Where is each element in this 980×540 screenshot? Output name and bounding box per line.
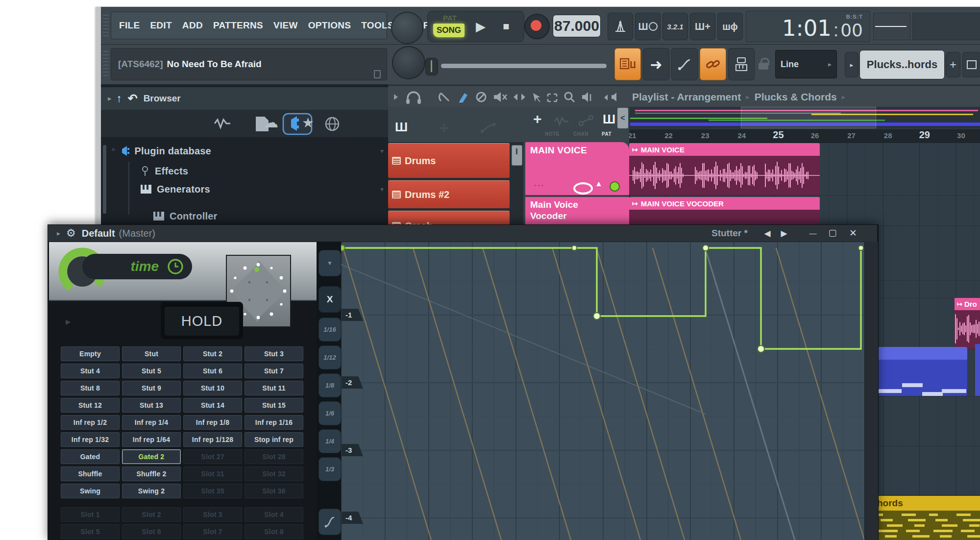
wait-for-input-button[interactable]: Ш [635,13,661,40]
stepseq-view-button[interactable]: Ш [614,48,641,80]
picker-tab-chan[interactable]: CHAN [573,131,588,137]
ruler-bar-26[interactable]: 26 [811,131,819,140]
menu-tools[interactable]: TOOLS [361,20,394,31]
tab-internet[interactable] [218,112,247,135]
solo-triangle-icon[interactable]: ▲ [595,179,603,188]
slot-inf-rep-1-16[interactable]: Inf rep 1/16 [245,415,303,430]
tempo-display[interactable]: 87.000 [553,15,601,37]
clip-vocoder[interactable]: ↦ MAIN VOICE VOCODER [629,197,820,225]
ruler-bar-21[interactable]: 21 [629,131,636,140]
session-title-box[interactable]: [ATS6462] No Need To Be Afraid [111,48,387,80]
ruler-bar-22[interactable]: 22 [664,131,673,140]
slot-slot-28[interactable]: Slot 28 [245,449,303,464]
picker-tab-pattern-icon[interactable]: Ш [603,112,615,127]
envelope-grid[interactable] [341,242,864,540]
pat-mode-label[interactable]: PAT [438,14,462,22]
time-display[interactable]: B:S:T 1:01 00 : [746,11,870,42]
clip-midi-blue[interactable] [875,347,967,396]
slot-stut-11[interactable]: Stut 11 [245,381,303,395]
ruler-bar-28[interactable]: 28 [884,131,892,140]
playlist-crumb[interactable]: Plucks & Chords [755,91,837,103]
main-volume-knob[interactable] [391,12,423,44]
track-mode-piano-icon[interactable]: Ш [395,120,408,135]
slot-shuffle-2[interactable]: Shuffle 2 [122,466,181,481]
slot-stut-6[interactable]: Stut 6 [183,364,242,378]
slot-gated-2[interactable]: Gated 2 [122,449,181,464]
slot-swing-2[interactable]: Swing 2 [122,484,181,498]
picker-tab-note[interactable]: NOTE [545,131,560,137]
secondary-grip[interactable] [103,51,109,76]
slot-stut-7[interactable]: Stut 7 [245,364,303,378]
target-display[interactable]: Plucks..hords [859,50,945,79]
edge-partial-button[interactable] [962,52,980,77]
star-icon[interactable]: ★ [302,115,314,131]
minimap-scroll-left[interactable]: < [617,108,628,128]
tree-item-generators[interactable]: Generators ▾ [140,180,385,198]
slot-stut-3[interactable]: Stut 3 [245,346,303,361]
slot-inf-rep-1-8[interactable]: Inf rep 1/8 [183,415,242,430]
menu-add[interactable]: ADD [182,20,203,31]
cloud-icon[interactable]: ☁ [264,114,278,131]
slot-stut-4[interactable]: Stut 4 [61,364,120,378]
slot-swing[interactable]: Swing [61,484,120,498]
division-1-12[interactable]: 1/12 [318,345,341,369]
preset-name[interactable]: Stutter * [711,228,748,239]
tree-root-row[interactable]: ^ Plugin database ▾ [112,142,386,160]
division-1-6[interactable]: 1/6 [318,401,341,425]
plugin-collapse-icon[interactable]: ▸ [57,229,60,237]
target-add-button[interactable]: + [946,52,960,77]
ruler-bar-23[interactable]: 23 [701,131,710,140]
slot-stut-2[interactable]: Stut 2 [183,346,242,361]
shuttle-wheel[interactable] [425,58,438,75]
mute-oval-icon[interactable] [573,182,593,195]
slot-slot-27[interactable]: Slot 27 [183,449,242,464]
picker-add-button[interactable]: + [533,111,542,127]
tab-current-project[interactable] [148,112,177,135]
slot-stut-5[interactable]: Stut 5 [122,364,181,378]
snap-close-button[interactable]: X [318,286,341,313]
slot-stut-13[interactable]: Stut 13 [122,398,181,413]
tension-button[interactable] [318,509,341,535]
slot-stut-12[interactable]: Stut 12 [61,398,120,413]
maximize-button[interactable]: ▢ [825,225,840,240]
slot-slot-6[interactable]: Slot 6 [122,524,181,539]
track-mode-auto-icon[interactable] [479,122,497,134]
countdown-button[interactable]: 3.2.1 [662,13,688,40]
slot-stut[interactable]: Stut [122,346,181,361]
division-1-4[interactable]: 1/4 [318,429,341,453]
browser-undo-icon[interactable]: ↶ [128,92,138,105]
browser-collapse-icon[interactable]: ▸ [108,94,112,103]
slot-slot-5[interactable]: Slot 5 [61,524,120,539]
minimize-button[interactable]: — [806,225,820,240]
typing-keyboard-button[interactable] [728,48,755,80]
tab-plugin-database[interactable] [181,112,211,135]
slot-stut-14[interactable]: Stut 14 [183,398,242,413]
menu-file[interactable]: FILE [119,20,140,31]
picker-tab-audio-icon[interactable] [553,114,572,127]
menu-view[interactable]: VIEW [273,20,298,31]
tree-item-effects[interactable]: Effects [140,163,385,179]
slot-slot-36[interactable]: Slot 36 [245,484,303,498]
gear-icon[interactable]: ⚙ [66,227,76,240]
slot-slot-35[interactable]: Slot 35 [183,484,242,498]
menu-options[interactable]: OPTIONS [308,20,351,31]
preset-prev-button[interactable]: ◀ [760,226,774,240]
slot-empty[interactable]: Empty [61,346,120,361]
timeline-ruler[interactable]: 21222324252627282930 [629,129,980,144]
track-clip-drums-2[interactable]: Drums #2 [388,180,510,208]
track-scroll-button[interactable] [512,145,522,166]
division-1-16[interactable]: 1/16 [318,318,341,342]
picker-tab-auto-icon[interactable] [576,114,596,127]
playlist-title[interactable]: Playlist - Arrangement [632,91,741,103]
slot-stut-10[interactable]: Stut 10 [183,381,242,395]
clip-main-voice[interactable]: ↦ MAIN VOICE [629,143,820,195]
slot-stut-9[interactable]: Stut 9 [122,381,181,395]
clip-midi-blue-partial[interactable] [975,344,980,396]
slot-inf-rep-1-32[interactable]: Inf rep 1/32 [61,432,120,447]
slot-slot-3[interactable]: Slot 3 [183,507,242,522]
toolbar-grip[interactable] [103,15,109,37]
slot-slot-8[interactable]: Slot 8 [245,524,303,539]
snap-selector[interactable]: Line ▸ [775,50,837,78]
song-mode-toggle[interactable]: SONG [433,24,465,37]
playback-slider[interactable] [441,64,607,68]
